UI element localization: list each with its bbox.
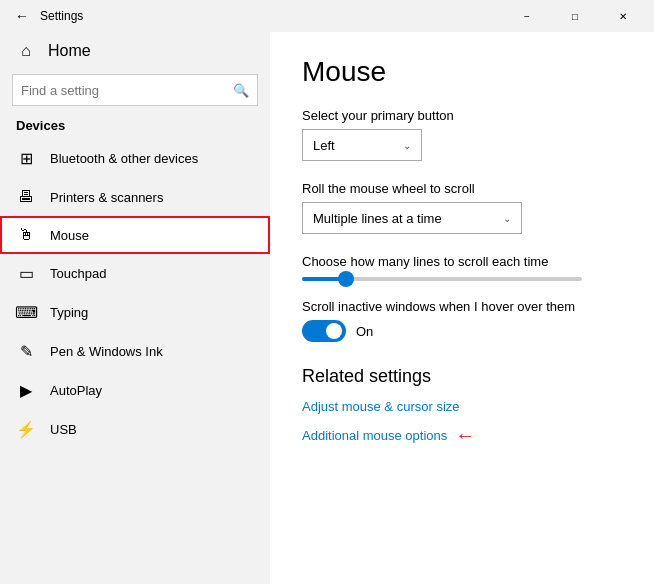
search-icon[interactable]: 🔍 [233, 83, 249, 98]
autoplay-icon: ▶ [16, 381, 36, 400]
titlebar-title: Settings [36, 9, 504, 23]
sidebar-item-pen[interactable]: ✎ Pen & Windows Ink [0, 332, 270, 371]
mouse-icon: 🖱 [16, 226, 36, 244]
sidebar-item-autoplay-label: AutoPlay [50, 383, 102, 398]
sidebar: ⌂ Home 🔍 Devices ⊞ Bluetooth & other dev… [0, 32, 270, 584]
sidebar-item-touchpad[interactable]: ▭ Touchpad [0, 254, 270, 293]
scroll-wheel-dropdown[interactable]: Multiple lines at a time ⌄ [302, 202, 522, 234]
inactive-scroll-toggle[interactable] [302, 320, 346, 342]
back-button[interactable]: ← [8, 2, 36, 30]
additional-mouse-row: Additional mouse options ← [302, 424, 622, 447]
sidebar-item-pen-label: Pen & Windows Ink [50, 344, 163, 359]
sidebar-item-printers-label: Printers & scanners [50, 190, 163, 205]
sidebar-item-bluetooth[interactable]: ⊞ Bluetooth & other devices [0, 139, 270, 178]
search-input[interactable] [21, 83, 233, 98]
sidebar-item-autoplay[interactable]: ▶ AutoPlay [0, 371, 270, 410]
touchpad-icon: ▭ [16, 264, 36, 283]
content-area: Mouse Select your primary button Left ⌄ … [270, 32, 654, 584]
slider-track [302, 277, 582, 281]
bluetooth-icon: ⊞ [16, 149, 36, 168]
sidebar-item-bluetooth-label: Bluetooth & other devices [50, 151, 198, 166]
scroll-dropdown-chevron: ⌄ [503, 213, 511, 224]
primary-button-value: Left [313, 138, 335, 153]
inactive-scroll-setting: Scroll inactive windows when I hover ove… [302, 299, 622, 342]
titlebar: ← Settings − □ ✕ [0, 0, 654, 32]
sidebar-home-label: Home [48, 42, 91, 60]
toggle-knob [326, 323, 342, 339]
printer-icon: 🖶 [16, 188, 36, 206]
red-arrow-icon: ← [455, 424, 475, 447]
toggle-label: On [356, 324, 373, 339]
sidebar-item-mouse[interactable]: 🖱 Mouse [0, 216, 270, 254]
sidebar-item-usb-label: USB [50, 422, 77, 437]
close-button[interactable]: ✕ [600, 0, 646, 32]
sidebar-item-typing-label: Typing [50, 305, 88, 320]
primary-button-label: Select your primary button [302, 108, 622, 123]
page-title: Mouse [302, 56, 622, 88]
sidebar-item-usb[interactable]: ⚡ USB [0, 410, 270, 449]
home-icon: ⌂ [16, 42, 36, 60]
scroll-wheel-label: Roll the mouse wheel to scroll [302, 181, 622, 196]
lines-scroll-label: Choose how many lines to scroll each tim… [302, 254, 622, 269]
slider-thumb[interactable] [338, 271, 354, 287]
toggle-row: On [302, 320, 622, 342]
sidebar-section-label: Devices [0, 114, 270, 139]
sidebar-item-home[interactable]: ⌂ Home [0, 32, 270, 70]
primary-dropdown-chevron: ⌄ [403, 140, 411, 151]
pen-icon: ✎ [16, 342, 36, 361]
sidebar-item-typing[interactable]: ⌨ Typing [0, 293, 270, 332]
scroll-wheel-setting: Roll the mouse wheel to scroll Multiple … [302, 181, 622, 234]
additional-mouse-link[interactable]: Additional mouse options [302, 428, 447, 443]
typing-icon: ⌨ [16, 303, 36, 322]
related-settings-title: Related settings [302, 366, 622, 387]
maximize-button[interactable]: □ [552, 0, 598, 32]
titlebar-controls: − □ ✕ [504, 0, 646, 32]
sidebar-item-touchpad-label: Touchpad [50, 266, 106, 281]
minimize-button[interactable]: − [504, 0, 550, 32]
lines-scroll-setting: Choose how many lines to scroll each tim… [302, 254, 622, 281]
sidebar-item-printers[interactable]: 🖶 Printers & scanners [0, 178, 270, 216]
main-container: ⌂ Home 🔍 Devices ⊞ Bluetooth & other dev… [0, 32, 654, 584]
sidebar-item-mouse-label: Mouse [50, 228, 89, 243]
related-settings: Related settings Adjust mouse & cursor s… [302, 366, 622, 447]
primary-button-dropdown[interactable]: Left ⌄ [302, 129, 422, 161]
scroll-wheel-value: Multiple lines at a time [313, 211, 442, 226]
adjust-mouse-link[interactable]: Adjust mouse & cursor size [302, 399, 622, 414]
search-box: 🔍 [12, 74, 258, 106]
usb-icon: ⚡ [16, 420, 36, 439]
primary-button-setting: Select your primary button Left ⌄ [302, 108, 622, 161]
inactive-scroll-label: Scroll inactive windows when I hover ove… [302, 299, 622, 314]
